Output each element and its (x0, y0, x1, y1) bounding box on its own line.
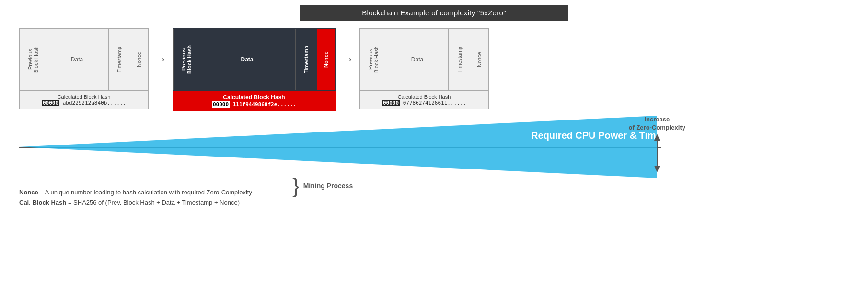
double-arrow-icon (652, 134, 662, 172)
block-3-hash: Calculated Block Hash 00000 077862741266… (359, 91, 489, 109)
nonce-bold: Nonce (19, 189, 38, 196)
block-2-timestamp: Timestamp (295, 29, 317, 90)
block-3-timestamp: Timestamp (449, 29, 470, 90)
complexity-arrow-area: Increaseof Zero-Complexity (629, 116, 685, 178)
block-3-inner: PreviousBlock Hash Data Timestamp Nonce (359, 28, 489, 91)
block-3-hash-val: 07786274126611...... (400, 100, 466, 106)
brace-icon: } (292, 175, 300, 196)
block-2-hash: Calculated Block Hash 00000 111f9449868f… (173, 91, 336, 111)
chart-area: Required CPU Power & Time Increaseof Zer… (19, 116, 690, 183)
mining-process-group: } Mining Process (292, 175, 353, 196)
arrow-1: → (149, 28, 173, 91)
block-2-prev: PreviousBlock Hash (173, 29, 199, 90)
bottom-notes: Nonce = A unique number leading to hash … (19, 189, 858, 206)
block-2: PreviousBlock Hash Data Timestamp Nonce … (173, 28, 336, 111)
block-1-data: Data (46, 29, 108, 90)
block-1-hash-val: abd229212a840b...... (59, 100, 126, 106)
svg-marker-1 (654, 134, 660, 141)
blocks-row: PreviousBlock Hash Data Timestamp Nonce … (19, 28, 858, 111)
block-2-data: Data (199, 29, 295, 90)
arrow-2: → (336, 28, 359, 91)
block-2-hash-val: 111f9449868f2e...... (230, 101, 296, 108)
block-3-nonce: Nonce (470, 29, 488, 90)
block-1-hash: Calculated Block Hash 00000 abd229212a84… (19, 91, 149, 109)
nonce-definition: Nonce = A unique number leading to hash … (19, 189, 858, 196)
cal-block-hash-bold: Cal. Block Hash (19, 199, 66, 206)
svg-rect-2 (657, 140, 658, 167)
main-container: Blockchain Example of complexity "5xZero… (0, 0, 868, 289)
block-hash-definition: Cal. Block Hash = SHA256 of (Prev. Block… (19, 199, 858, 206)
block-1-nonce: Nonce (130, 29, 148, 90)
block-1-timestamp: Timestamp (108, 29, 130, 90)
page-title: Blockchain Example of complexity "5xZero… (300, 5, 568, 21)
block-1-inner: PreviousBlock Hash Data Timestamp Nonce (19, 28, 149, 91)
zero-complexity-link: Zero-Complexity (207, 189, 252, 196)
block-3: PreviousBlock Hash Data Timestamp Nonce … (359, 28, 489, 109)
block-1-prev: PreviousBlock Hash (20, 29, 46, 90)
svg-marker-0 (19, 116, 657, 178)
complexity-label: Increaseof Zero-Complexity (629, 116, 685, 132)
mining-process-label: Mining Process (303, 182, 353, 190)
block-2-hash-prefix: 00000 (212, 101, 230, 108)
cpu-triangle-chart (19, 116, 661, 178)
block-2-nonce: Nonce (317, 29, 335, 90)
svg-marker-3 (654, 166, 660, 172)
block-2-inner: PreviousBlock Hash Data Timestamp Nonce (173, 28, 336, 91)
block-1-hash-prefix: 00000 (42, 100, 59, 106)
block-3-data: Data (386, 29, 449, 90)
block-3-hash-prefix: 00000 (382, 100, 400, 106)
block-3-prev: PreviousBlock Hash (360, 29, 386, 90)
block-1: PreviousBlock Hash Data Timestamp Nonce … (19, 28, 149, 109)
